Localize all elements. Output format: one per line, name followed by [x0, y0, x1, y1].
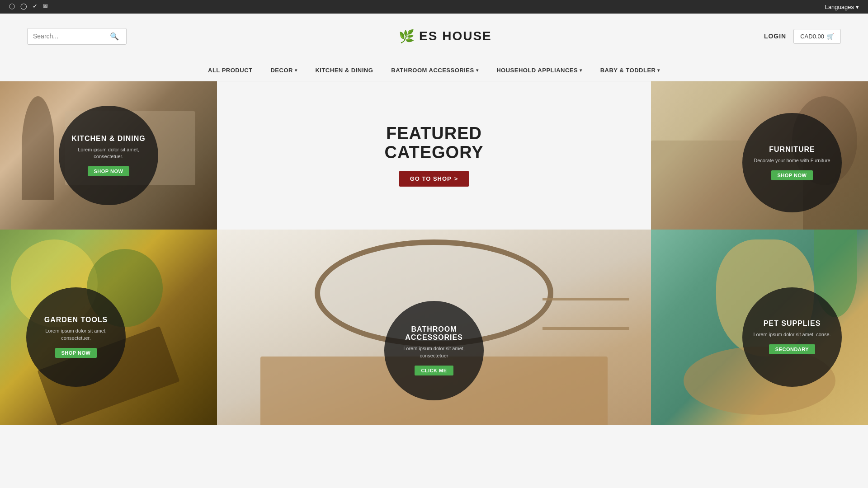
kitchen-title: KITCHEN & DINING: [71, 135, 146, 143]
header-right: LOGIN CAD0.00 🛒: [764, 29, 841, 44]
bathroom-desc: Lorem ipsum dolor sit amet, consectetuer: [393, 345, 475, 359]
go-to-shop-button[interactable]: GO TO SHOP >: [399, 171, 469, 187]
social-links: ⓘ ◯ ✓ ✉: [9, 3, 48, 11]
languages-chevron: ▾: [856, 4, 859, 10]
search-input[interactable]: [33, 33, 110, 40]
nav-baby-toddler[interactable]: BABY & TODDLER ▾: [600, 67, 660, 74]
kitchen-desc: Lorem ipsum dolor sit amet, consectetuer…: [68, 146, 149, 160]
nav-kitchen-dining[interactable]: KITCHEN & DINING: [315, 67, 373, 74]
nav-decor[interactable]: DECOR ▾: [270, 67, 297, 74]
cart-button[interactable]: CAD0.00 🛒: [793, 29, 841, 44]
languages-label: Languages: [825, 4, 854, 10]
cart-icon: 🛒: [827, 33, 834, 40]
facebook-icon[interactable]: ⓘ: [9, 3, 15, 11]
pet-circle: PET SUPPLIES Lorem ipsum dolor sit amet,…: [742, 287, 842, 387]
email-icon[interactable]: ✉: [43, 3, 48, 11]
bathroom-click-me-button[interactable]: CLICK ME: [415, 366, 453, 375]
kitchen-dining-card[interactable]: KITCHEN & DINING Lorem ipsum dolor sit a…: [0, 81, 217, 230]
garden-tools-card[interactable]: GARDEN TOOLS Lorem ipsum dolor sit amet,…: [0, 230, 217, 425]
furniture-circle: FURNITURE Decorate your home with Furnit…: [742, 113, 842, 212]
nav-household-appliances[interactable]: HOUSEHOLD APPLIANCES ▾: [496, 67, 582, 74]
decor-chevron: ▾: [295, 68, 297, 73]
nav-bathroom-accessories[interactable]: BATHROOM ACCESSORIES ▾: [391, 67, 478, 74]
garden-circle: GARDEN TOOLS Lorem ipsum dolor sit amet,…: [26, 287, 126, 387]
bathroom-title: BATHROOM ACCESSORIES: [393, 325, 475, 342]
furniture-desc: Decorate your home with Furniture: [754, 157, 830, 164]
main-nav: ALL PRODUCT DECOR ▾ KITCHEN & DINING BAT…: [0, 59, 868, 81]
kitchen-shop-now-button[interactable]: SHOP NOW: [88, 166, 130, 176]
pet-supplies-card[interactable]: PET SUPPLIES Lorem ipsum dolor sit amet,…: [651, 230, 868, 425]
pet-secondary-button[interactable]: SECONDARY: [769, 344, 815, 354]
bathroom-circle: BATHROOM ACCESSORIES Lorem ipsum dolor s…: [384, 301, 484, 400]
go-to-shop-label: GO TO SHOP: [410, 175, 452, 182]
bathroom-card[interactable]: BATHROOM ACCESSORIES Lorem ipsum dolor s…: [217, 230, 651, 425]
go-to-shop-arrow: >: [454, 175, 458, 182]
pet-desc: Lorem ipsum dolor sit amet, conse.: [753, 331, 830, 338]
featured-section: FEATURED CATEGORY GO TO SHOP >: [217, 81, 651, 230]
baby-chevron: ▾: [657, 68, 660, 73]
twitter-icon[interactable]: ✓: [33, 3, 38, 11]
featured-title: FEATURED CATEGORY: [384, 124, 483, 162]
nav-all-product[interactable]: ALL PRODUCT: [208, 67, 252, 74]
household-chevron: ▾: [580, 68, 582, 73]
login-button[interactable]: LOGIN: [764, 33, 786, 40]
logo-text: ES HOUSE: [419, 29, 492, 43]
cart-amount: CAD0.00: [800, 33, 824, 40]
furniture-title: FURNITURE: [769, 145, 815, 154]
furniture-shop-now-button[interactable]: SHOP NOW: [771, 170, 813, 180]
featured-title-line2: CATEGORY: [384, 143, 483, 162]
pet-title: PET SUPPLIES: [764, 319, 821, 328]
top-bar: ⓘ ◯ ✓ ✉ Languages ▾: [0, 0, 868, 14]
garden-shop-now-button[interactable]: SHOP NOW: [55, 348, 97, 358]
garden-title: GARDEN TOOLS: [44, 316, 108, 324]
furniture-card[interactable]: FURNITURE Decorate your home with Furnit…: [651, 81, 868, 230]
featured-title-line1: FEATURED: [384, 124, 483, 143]
kitchen-circle: KITCHEN & DINING Lorem ipsum dolor sit a…: [59, 106, 158, 205]
bathroom-chevron: ▾: [476, 68, 479, 73]
garden-desc: Lorem ipsum dolor sit amet, consectetuer…: [35, 328, 117, 342]
header: 🔍 🌿 ES HOUSE LOGIN CAD0.00 🛒: [0, 14, 868, 59]
languages-dropdown[interactable]: Languages ▾: [825, 4, 859, 10]
logo-icon: 🌿: [399, 29, 415, 44]
logo[interactable]: 🌿 ES HOUSE: [399, 29, 492, 44]
search-button[interactable]: 🔍: [110, 32, 119, 41]
main-grid: KITCHEN & DINING Lorem ipsum dolor sit a…: [0, 81, 868, 425]
search-box[interactable]: 🔍: [27, 28, 127, 45]
instagram-icon[interactable]: ◯: [20, 3, 27, 11]
